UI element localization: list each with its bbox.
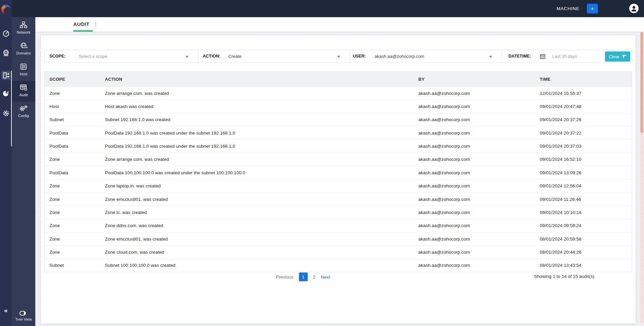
chevron-down-icon[interactable] <box>489 56 492 58</box>
action-filter[interactable]: ACTION: Create <box>198 50 350 62</box>
cell-action: Zone emcclus801. was created <box>101 197 414 202</box>
dhcp-server-icon[interactable] <box>0 70 12 80</box>
cell-by: akash.aa@zohocorp.com <box>414 170 535 175</box>
settings-wrench-icon[interactable] <box>0 108 12 118</box>
pagination-previous[interactable]: Previous <box>276 275 294 280</box>
cell-time: 09/01/2024 13:09:26 <box>535 170 632 175</box>
scrollbar-thumb[interactable] <box>640 32 643 133</box>
table-row: ZoneZone ddns.com. was createdakash.aa@z… <box>45 219 632 232</box>
table-row: PoolDataPoolData 192.168.1.0 was created… <box>45 139 632 152</box>
table-row: SubnetSubnet 100.100.100.0 was createdak… <box>45 259 632 272</box>
cell-action: PoolData 100.100.100.0 was created under… <box>101 170 414 175</box>
user-avatar-icon[interactable] <box>629 4 639 13</box>
sidebar-item-domains[interactable]: COM Domains <box>12 39 35 60</box>
domains-globe-icon: COM <box>20 42 28 49</box>
sidebar-item-config[interactable]: Config <box>12 102 35 122</box>
cell-scope: Zone <box>45 250 101 255</box>
user-filter-value[interactable]: akash.aa@zohocorp.com <box>375 54 424 59</box>
tree-view-toggle-icon <box>19 311 28 316</box>
tab-audit[interactable]: AUDIT <box>73 21 89 27</box>
datetime-filter[interactable]: DATETIME: Last 30 <box>502 50 632 62</box>
scope-filter[interactable]: SCOPE: Select a scope <box>45 50 198 62</box>
cell-scope: PoolData <box>45 131 101 136</box>
table-row: ZoneZone cloud.com. was createdakash.aa@… <box>45 245 632 258</box>
sidebar-item-audit[interactable]: Audit <box>12 81 35 102</box>
cell-by: akash.aa@zohocorp.com <box>414 157 535 162</box>
chevron-down-icon[interactable] <box>337 56 340 58</box>
dns-globe-icon[interactable]: DNS <box>0 48 12 58</box>
cell-scope: Zone <box>45 157 101 162</box>
cell-action: Zone arrange.com. was created <box>101 91 414 96</box>
cell-by: akash.aa@zohocorp.com <box>414 223 535 228</box>
results-summary: Showing 1 to 14 of 15 audit(s) <box>534 274 594 279</box>
cell-action: PoolData 192.168.1.0 was created under t… <box>101 131 414 136</box>
app-logo-icon[interactable] <box>1 5 10 14</box>
host-icon <box>20 63 28 70</box>
action-filter-value[interactable]: Create <box>228 54 241 59</box>
analytics-pie-icon[interactable] <box>0 88 12 98</box>
chevron-down-icon[interactable] <box>185 56 189 58</box>
active-tab-underline <box>73 30 93 32</box>
cell-action: Zone lc. was created <box>101 210 414 215</box>
cell-scope: Subnet <box>45 263 101 268</box>
cell-scope: Zone <box>45 197 101 202</box>
tab-divider <box>95 22 96 27</box>
cell-time: 12/01/2024 15:55:37 <box>535 91 632 96</box>
cell-by: akash.aa@zohocorp.com <box>414 263 535 268</box>
add-machine-button[interactable]: + <box>587 4 598 13</box>
svg-text:COM: COM <box>24 46 28 48</box>
scope-filter-value[interactable]: Select a scope <box>79 54 107 59</box>
pagination-page-1[interactable]: 1 <box>299 273 308 281</box>
network-icon <box>20 21 28 29</box>
user-filter[interactable]: USER: akash.aa@zohocorp.com <box>350 50 502 62</box>
action-filter-label: ACTION: <box>203 54 228 59</box>
column-header-action: ACTION <box>101 77 414 82</box>
table-row: ZoneZone laptop.in. was createdakash.aa@… <box>45 179 632 192</box>
cell-time: 08/01/2024 20:59:58 <box>535 237 632 242</box>
sidebar-item-host[interactable]: Host <box>12 60 35 81</box>
cell-action: Subnet 192.168.1.0 was created <box>101 117 414 122</box>
cell-action: Zone cloud.com. was created <box>101 250 414 255</box>
clear-filters-button[interactable]: Clear <box>605 51 630 62</box>
cell-time: 09/01/2024 20:37:26 <box>535 117 632 122</box>
column-header-scope: SCOPE <box>45 77 101 82</box>
cell-by: akash.aa@zohocorp.com <box>414 210 535 215</box>
pagination-page-2[interactable]: 2 <box>313 275 316 280</box>
cell-scope: Subnet <box>45 117 101 122</box>
collapse-sidebar-button[interactable]: « <box>0 307 12 314</box>
table-row: ZoneZone emcclus801. was createdakash.aa… <box>45 192 632 206</box>
cell-time: 09/01/2024 20:37:03 <box>535 144 632 149</box>
top-navigation-bar: MACHINE + <box>0 0 644 17</box>
pagination-next[interactable]: Next <box>321 275 330 280</box>
cell-scope: PoolData <box>45 144 101 149</box>
cell-action: PoolData 192.168.1.0 was created under t… <box>101 144 414 149</box>
scope-filter-label: SCOPE: <box>49 54 79 59</box>
table-row: ZoneZone arrange.com. was createdakash.a… <box>45 153 632 166</box>
cell-time: 09/01/2024 20:37:22 <box>535 131 632 136</box>
sidebar-menu: Network COM Domains Host <box>12 17 35 326</box>
sidebar-item-label: Domains <box>16 51 31 55</box>
datetime-filter-label: DATETIME: <box>508 54 531 59</box>
sidebar-item-network[interactable]: Network <box>12 18 35 39</box>
cell-scope: Zone <box>45 210 101 215</box>
datetime-filter-value[interactable]: Last 30 days <box>552 54 577 59</box>
audit-table-body: ZoneZone arrange.com. was createdakash.a… <box>45 86 632 272</box>
cell-by: akash.aa@zohocorp.com <box>414 144 535 149</box>
dashboard-icon[interactable] <box>0 29 12 39</box>
cell-action: Zone arrange.com. was created <box>101 157 414 162</box>
cell-action: Host akash was created <box>101 104 414 109</box>
cell-scope: PoolData <box>45 170 101 175</box>
clear-button-label: Clear <box>609 54 619 59</box>
sidebar-item-tree-view[interactable]: Tree View <box>12 311 35 321</box>
cell-time: 09/01/2024 09:59:24 <box>535 223 632 228</box>
audit-table-header: SCOPE ACTION BY TIME <box>45 72 632 86</box>
cell-by: akash.aa@zohocorp.com <box>414 183 535 188</box>
vertical-scrollbar[interactable] <box>640 32 643 324</box>
module-strip: DNS <box>0 0 12 326</box>
calendar-icon[interactable] <box>540 53 545 59</box>
cell-time: 09/01/2024 16:52:10 <box>535 157 632 162</box>
cell-time: 09/01/2024 10:10:14 <box>535 210 632 215</box>
cell-scope: Zone <box>45 237 101 242</box>
sidebar-item-label: Tree View <box>15 317 32 321</box>
cell-by: akash.aa@zohocorp.com <box>414 91 535 96</box>
